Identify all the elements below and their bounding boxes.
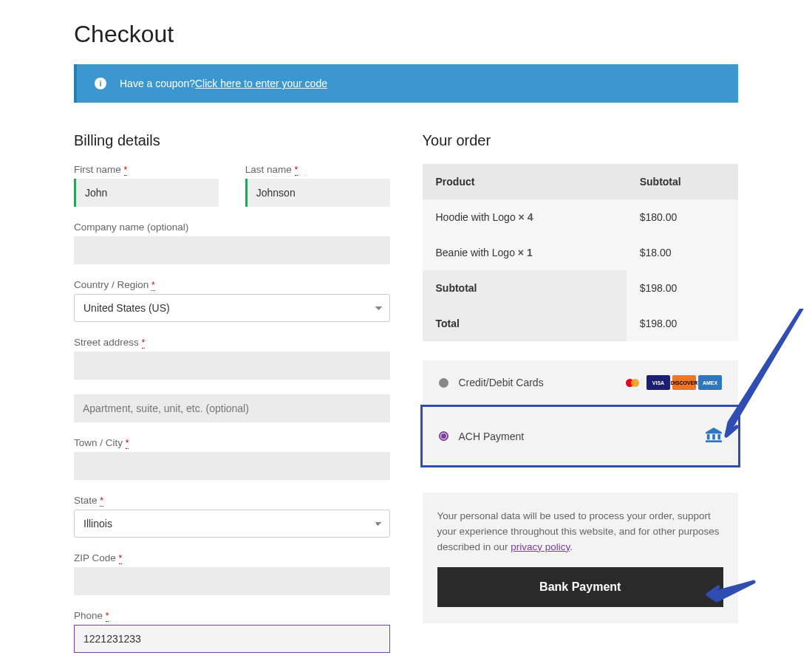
product-qty: × 1 bbox=[518, 247, 533, 258]
first-name-label: First name * bbox=[74, 164, 219, 175]
privacy-text: Your personal data will be used to proce… bbox=[437, 509, 724, 555]
zip-label: ZIP Code * bbox=[74, 552, 390, 563]
apartment-input[interactable] bbox=[74, 394, 390, 422]
payment-methods: Credit/Debit Cards VISA DISCOVER AMEX AC… bbox=[423, 360, 739, 467]
state-label: State * bbox=[74, 495, 390, 506]
radio-icon bbox=[439, 378, 448, 388]
discover-icon: DISCOVER bbox=[672, 375, 696, 390]
street-input[interactable] bbox=[74, 352, 390, 380]
order-heading: Your order bbox=[423, 132, 739, 149]
privacy-box: Your personal data will be used to proce… bbox=[423, 493, 739, 623]
col-subtotal: Subtotal bbox=[627, 164, 738, 199]
company-label: Company name (optional) bbox=[74, 222, 390, 233]
phone-label: Phone * bbox=[74, 610, 390, 621]
subtotal-row: Subtotal $198.00 bbox=[423, 270, 739, 306]
city-label: Town / City * bbox=[74, 437, 390, 448]
last-name-input[interactable] bbox=[245, 179, 390, 207]
phone-input[interactable] bbox=[74, 625, 390, 653]
last-name-label: Last name * bbox=[245, 164, 390, 175]
country-select[interactable]: United States (US) bbox=[74, 294, 390, 322]
visa-icon: VISA bbox=[646, 375, 670, 390]
state-select[interactable]: Illinois bbox=[74, 510, 390, 538]
company-input[interactable] bbox=[74, 236, 390, 264]
radio-icon bbox=[439, 431, 448, 441]
country-label: Country / Region * bbox=[74, 279, 390, 290]
product-qty: × 4 bbox=[519, 211, 533, 223]
product-name: Beanie with Logo bbox=[436, 247, 518, 258]
payment-option-cc[interactable]: Credit/Debit Cards VISA DISCOVER AMEX bbox=[423, 360, 739, 405]
info-icon: i bbox=[95, 78, 106, 89]
privacy-policy-link[interactable]: privacy policy bbox=[511, 541, 570, 552]
table-row: Hoodie with Logo × 4 $180.00 bbox=[423, 199, 739, 235]
product-name: Hoodie with Logo bbox=[436, 211, 519, 223]
first-name-input[interactable] bbox=[74, 179, 219, 207]
payment-option-ach[interactable]: ACH Payment bbox=[420, 405, 741, 467]
city-input[interactable] bbox=[74, 452, 390, 480]
col-product: Product bbox=[423, 164, 627, 199]
street-label: Street address * bbox=[74, 337, 390, 348]
coupon-notice: i Have a coupon? Click here to enter you… bbox=[74, 64, 738, 103]
table-row: Beanie with Logo × 1 $18.00 bbox=[423, 235, 739, 270]
coupon-link[interactable]: Click here to enter your code bbox=[195, 78, 327, 89]
order-table: Product Subtotal Hoodie with Logo × 4 $1… bbox=[423, 164, 739, 341]
product-price: $18.00 bbox=[627, 235, 738, 270]
cc-label: Credit/Debit Cards bbox=[459, 377, 544, 388]
card-logos: VISA DISCOVER AMEX bbox=[621, 375, 722, 390]
coupon-prompt: Have a coupon? bbox=[120, 78, 195, 89]
annotation-arrow-icon bbox=[702, 578, 761, 608]
total-row: Total $198.00 bbox=[423, 306, 739, 341]
bank-payment-button[interactable]: Bank Payment bbox=[437, 567, 724, 607]
annotation-arrow-icon bbox=[713, 309, 809, 449]
mastercard-icon bbox=[621, 375, 644, 390]
page-title: Checkout bbox=[74, 21, 738, 48]
zip-input[interactable] bbox=[74, 567, 390, 595]
billing-heading: Billing details bbox=[74, 132, 390, 149]
ach-label: ACH Payment bbox=[459, 431, 525, 442]
product-price: $180.00 bbox=[627, 199, 738, 235]
